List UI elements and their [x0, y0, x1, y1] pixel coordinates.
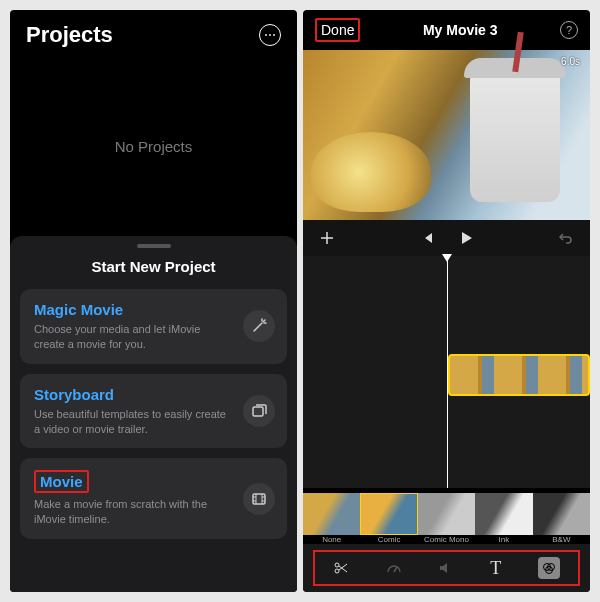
help-icon[interactable]: ?: [560, 21, 578, 39]
clip-duration: 6.0s: [561, 56, 580, 67]
edit-toolbar: T: [313, 550, 580, 586]
card-desc: Choose your media and let iMovie create …: [34, 322, 231, 352]
card-storyboard[interactable]: Storyboard Use beautiful templates to ea…: [20, 374, 287, 449]
playback-controls: [303, 220, 590, 256]
svg-point-2: [335, 563, 339, 567]
card-magic-movie[interactable]: Magic Movie Choose your media and let iM…: [20, 289, 287, 364]
scissors-icon[interactable]: [333, 560, 349, 576]
card-desc: Use beautiful templates to easily create…: [34, 407, 231, 437]
add-media-button[interactable]: [319, 230, 335, 246]
svg-point-3: [335, 569, 339, 573]
editor-header: Done My Movie 3 ?: [303, 10, 590, 50]
filter-ink[interactable]: Ink: [475, 488, 532, 544]
play-button[interactable]: [458, 230, 474, 246]
new-project-sheet: Start New Project Magic Movie Choose you…: [10, 236, 297, 592]
movie-title: My Movie 3: [423, 22, 498, 38]
filter-comic[interactable]: Comic: [360, 488, 417, 544]
storyboard-icon: [243, 395, 275, 427]
undo-button[interactable]: [558, 230, 574, 246]
done-button[interactable]: Done: [315, 18, 360, 42]
sheet-handle[interactable]: [137, 244, 171, 248]
volume-icon[interactable]: [438, 560, 454, 576]
filter-strip: None Comic Comic Mono Ink B&W: [303, 488, 590, 544]
card-title: Storyboard: [34, 386, 231, 403]
video-preview[interactable]: 6.0s: [303, 50, 590, 220]
filter-comic-mono[interactable]: Comic Mono: [418, 488, 475, 544]
svg-rect-1: [253, 494, 265, 504]
no-projects-label: No Projects: [10, 56, 297, 236]
card-movie[interactable]: Movie Make a movie from scratch with the…: [20, 458, 287, 539]
film-icon: [243, 483, 275, 515]
preview-cup: [470, 72, 560, 202]
timeline[interactable]: None Comic Comic Mono Ink B&W T: [303, 256, 590, 592]
svg-rect-0: [253, 407, 263, 416]
card-title: Movie: [34, 470, 231, 493]
wand-icon: [243, 310, 275, 342]
filters-tool[interactable]: [538, 557, 560, 579]
projects-title: Projects: [26, 22, 113, 48]
editor-screen: Done My Movie 3 ? 6.0s None Comic Comic …: [303, 10, 590, 592]
card-title: Magic Movie: [34, 301, 231, 318]
card-desc: Make a movie from scratch with the iMovi…: [34, 497, 231, 527]
filter-bw[interactable]: B&W: [533, 488, 590, 544]
text-tool[interactable]: T: [490, 558, 501, 579]
prev-frame-button[interactable]: [420, 231, 434, 245]
sheet-title: Start New Project: [20, 258, 287, 275]
speed-icon[interactable]: [386, 560, 402, 576]
projects-screen: Projects ⋯ No Projects Start New Project…: [10, 10, 297, 592]
video-clip[interactable]: [448, 354, 590, 396]
filter-none[interactable]: None: [303, 488, 360, 544]
more-icon[interactable]: ⋯: [259, 24, 281, 46]
projects-header: Projects ⋯: [10, 10, 297, 56]
